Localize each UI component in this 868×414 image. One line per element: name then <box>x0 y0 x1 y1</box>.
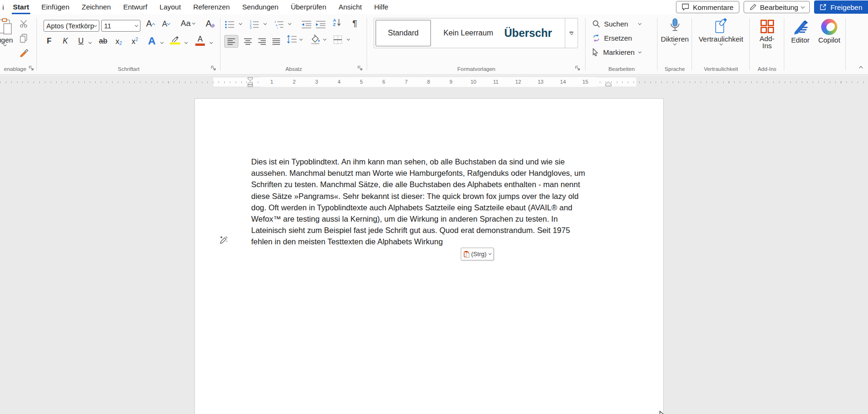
shading-dropdown-icon[interactable] <box>323 37 326 41</box>
text-highlight-button[interactable] <box>167 35 183 44</box>
addins-button[interactable]: Add- Ins <box>750 19 784 49</box>
copilot-inline-suggestion-icon[interactable] <box>219 235 229 245</box>
font-name-combobox[interactable]: Aptos (Textkörp <box>44 20 99 32</box>
font-size-combobox[interactable]: 11 <box>101 20 140 32</box>
document-text-line[interactable]: Schriften zu testen. Manchmal Sätze, die… <box>251 179 585 190</box>
style-kein-leerraum[interactable]: Kein Leerraum <box>432 18 504 48</box>
document-page[interactable]: Dies ist ein Typoblindtext. An ihm kann … <box>194 98 664 414</box>
highlight-dropdown-icon[interactable] <box>184 41 188 44</box>
indent-marker-right-icon[interactable] <box>605 81 612 87</box>
ribbon-group-addins: Add- Ins Add-Ins <box>750 14 784 74</box>
document-text-line[interactable]: diese Sätze »Pangrams«. Sehr bekannt ist… <box>251 190 585 202</box>
bullets-dropdown-icon[interactable] <box>239 22 242 25</box>
show-paragraph-marks-button[interactable]: ¶ <box>349 18 360 29</box>
indent-markers-left-icon[interactable] <box>247 77 254 87</box>
document-text-line[interactable]: Wefox™ are testing aussi la Kerning), um… <box>251 213 585 224</box>
caret-up-icon <box>152 23 155 26</box>
font-color-dropdown-icon[interactable] <box>210 41 213 44</box>
justify-button[interactable] <box>270 35 283 48</box>
strikethrough-button[interactable]: ab <box>96 37 110 45</box>
replace-icon <box>592 34 600 42</box>
comment-icon <box>682 3 690 11</box>
tab-ansicht[interactable]: Ansicht <box>333 0 368 14</box>
group-label-addins: Add-Ins <box>750 66 784 72</box>
multilevel-dropdown-icon[interactable] <box>288 22 291 25</box>
editing-mode-button[interactable]: Bearbeitung <box>744 1 810 13</box>
tab-hilfe[interactable]: Hilfe <box>368 0 395 14</box>
document-text-line[interactable]: Dies ist ein Typoblindtext. An ihm kann … <box>251 156 585 167</box>
document-text-line[interactable]: fehlen in den meisten Testtexten die Alp… <box>251 236 585 247</box>
text-effects-button[interactable]: A <box>145 35 159 47</box>
dictate-button[interactable]: Diktieren <box>658 18 692 45</box>
tab-einfuegen[interactable]: Einfügen <box>35 0 76 14</box>
align-center-button[interactable] <box>241 35 254 48</box>
tab-layout[interactable]: Layout <box>153 0 187 14</box>
line-spacing-dropdown-icon[interactable] <box>299 37 303 41</box>
search-button[interactable]: Suchen <box>592 20 641 28</box>
document-text-line[interactable]: Lateinisch sieht zum Beispiel fast jede … <box>251 224 585 236</box>
replace-button[interactable]: Ersetzen <box>592 34 632 42</box>
editor-button[interactable]: Editor <box>787 19 814 44</box>
underline-dropdown-icon[interactable] <box>88 41 92 44</box>
grow-font-button[interactable]: A <box>144 19 157 29</box>
style-standard[interactable]: Standard <box>376 20 431 46</box>
superscript-button[interactable]: x2 <box>129 37 141 46</box>
editor-pen-icon <box>792 19 809 35</box>
line-spacing-button[interactable] <box>287 35 297 43</box>
paste-button[interactable]: ügen <box>0 18 13 46</box>
style-ueberschrift[interactable]: Überschr <box>504 18 565 48</box>
tab-start[interactable]: Start <box>7 0 35 14</box>
comments-button[interactable]: Kommentare <box>676 1 739 13</box>
decrease-indent-button[interactable] <box>301 20 312 29</box>
ribbon-group-font: Aptos (Textkörp 11 A A Aa A F K U ab x2 … <box>37 14 220 74</box>
numbering-dropdown-icon[interactable] <box>263 22 267 25</box>
shrink-font-button[interactable]: A <box>160 20 172 28</box>
numbering-icon: 123 <box>249 20 259 29</box>
copilot-button[interactable]: Copilot <box>815 19 843 44</box>
borders-dropdown-icon[interactable] <box>347 37 350 41</box>
borders-button[interactable] <box>333 35 342 44</box>
ruler-number: 8 <box>417 77 439 87</box>
italic-button[interactable]: K <box>60 37 71 45</box>
search-icon <box>592 20 600 28</box>
multilevel-list-button[interactable]: 1ai <box>273 20 284 29</box>
mouse-cursor <box>659 411 667 414</box>
styles-more-button[interactable] <box>565 18 578 48</box>
document-text-line[interactable]: aussehen. Manchmal benutzt man Worte wie… <box>251 167 585 179</box>
tab-entwurf[interactable]: Entwurf <box>117 0 153 14</box>
font-color-button[interactable]: A <box>193 35 207 46</box>
sort-button[interactable]: AZ <box>333 18 341 27</box>
subscript-button[interactable]: x2 <box>113 37 125 46</box>
tab-zeichnen[interactable]: Zeichnen <box>76 0 117 14</box>
format-painter-button[interactable] <box>19 47 29 58</box>
horizontal-ruler[interactable]: 123456789101112131415 <box>0 77 868 87</box>
increase-indent-button[interactable] <box>315 20 326 29</box>
tab-referenzen[interactable]: Referenzen <box>187 0 236 14</box>
numbered-list-button[interactable]: 123 <box>249 20 259 29</box>
indent-icon <box>315 20 326 29</box>
sensitivity-button[interactable]: Vertraulichkeit <box>692 18 750 45</box>
document-text-line[interactable]: dog. Oft werden in Typoblindtexte auch A… <box>251 202 585 213</box>
tab-ueberpruefen[interactable]: Überprüfen <box>285 0 333 14</box>
shading-button[interactable] <box>309 34 321 44</box>
ruler-number: 7 <box>395 77 417 87</box>
tab-sendungen[interactable]: Sendungen <box>236 0 285 14</box>
select-cursor-icon <box>592 48 599 56</box>
align-right-button[interactable] <box>255 35 269 48</box>
file-tab-partial[interactable]: i <box>0 3 7 11</box>
ribbon-tab-strip: Start Einfügen Zeichnen Entwurf Layout R… <box>7 0 395 14</box>
select-button[interactable]: Markieren <box>592 48 641 56</box>
underline-button[interactable]: U <box>76 37 86 45</box>
cut-button[interactable] <box>19 19 28 28</box>
ruler-number: 2 <box>283 77 305 87</box>
bullet-list-button[interactable] <box>224 20 235 29</box>
bold-button[interactable]: F <box>44 37 55 45</box>
copy-button[interactable] <box>19 33 28 43</box>
paste-options-button[interactable]: (Strg) <box>461 248 494 260</box>
text-effects-dropdown-icon[interactable] <box>160 41 164 44</box>
collapse-ribbon-icon[interactable] <box>859 66 863 70</box>
align-left-button[interactable] <box>224 35 238 48</box>
share-button[interactable]: Freigeben <box>814 0 868 14</box>
clear-formatting-button[interactable]: A <box>203 19 218 29</box>
change-case-button[interactable]: Aa <box>177 19 198 28</box>
